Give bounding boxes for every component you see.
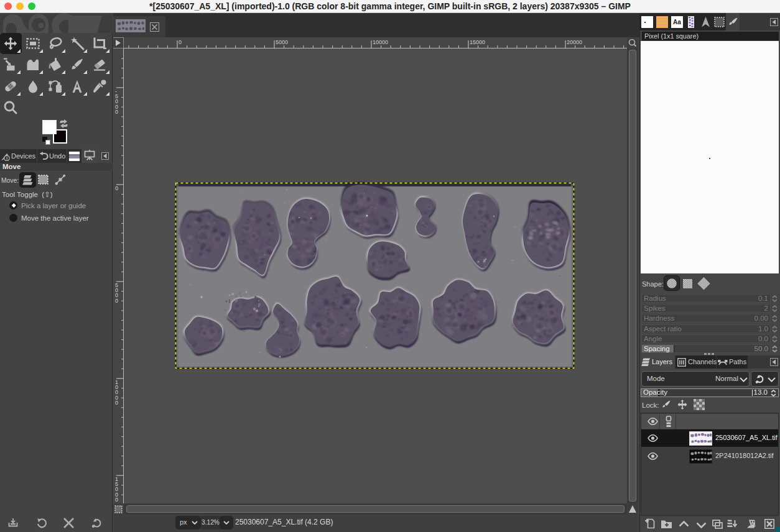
- svg-text:15000: 15000: [470, 39, 485, 45]
- svg-text:0: 0: [115, 109, 118, 115]
- svg-text:i: i: [6, 155, 7, 161]
- svg-text:5000: 5000: [276, 39, 288, 45]
- svg-text:20000: 20000: [567, 39, 582, 45]
- svg-text:0: 0: [115, 400, 118, 406]
- svg-text:0: 0: [115, 185, 118, 191]
- svg-text:0: 0: [115, 298, 118, 304]
- svg-text:0: 0: [115, 497, 118, 503]
- svg-text:10000: 10000: [373, 39, 388, 45]
- svg-text:0: 0: [179, 39, 182, 45]
